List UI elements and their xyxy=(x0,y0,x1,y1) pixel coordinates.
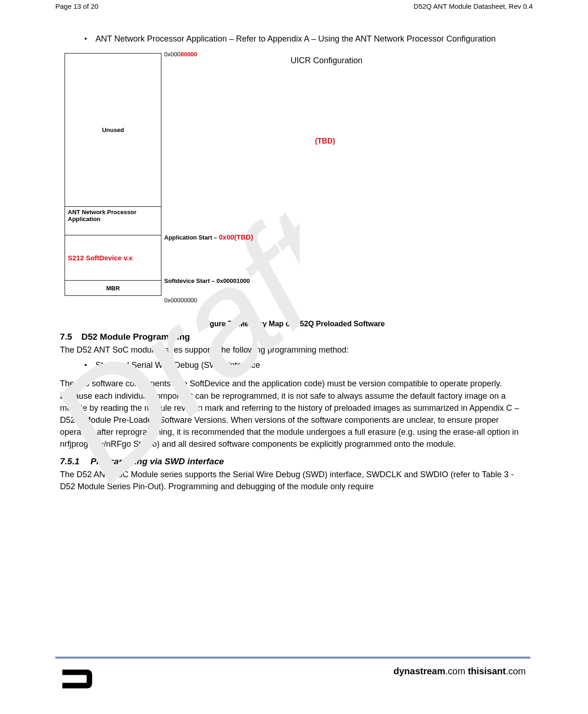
addr-sd-start-text: Softdevice Start – 0x00001000 xyxy=(164,277,250,284)
mem-softdevice-label: S212 SoftDevice v.x xyxy=(68,254,133,262)
memory-map-figure: Unused ANT Network Processor Application… xyxy=(60,49,528,310)
section-7-5-1-para1: The D52 ANT SoC Module series supports t… xyxy=(60,468,528,492)
page-header: Page 13 of 20 D52Q ANT Module Datasheet,… xyxy=(0,0,588,10)
footer-link-dynastream: dynastream xyxy=(393,666,445,676)
mem-unused-label: Unused xyxy=(102,126,124,133)
tbd-label: (TBD) xyxy=(315,137,335,145)
mem-mbr-label: MBR xyxy=(106,285,120,292)
addr-sd-start: Softdevice Start – 0x00001000 xyxy=(164,277,250,284)
addr-top-red: 80000 xyxy=(180,51,197,58)
page-footer: dynastream.com thisisant.com xyxy=(58,661,526,693)
addr-top-prefix: 0x000 xyxy=(164,51,180,58)
footer-rule xyxy=(55,657,530,659)
section-7-5-para1: The D52 ANT SoC module series supports t… xyxy=(60,344,528,356)
intro-bullet-item: • ANT Network Processor Application – Re… xyxy=(60,33,528,45)
uicr-label: UICR Configuration xyxy=(291,56,362,66)
intro-bullet-text: ANT Network Processor Application – Refe… xyxy=(95,33,496,45)
footer-link-dynastream-suffix: .com xyxy=(445,666,468,676)
addr-bottom: 0x00000000 xyxy=(164,297,197,304)
section-7-5-num: 7.5 xyxy=(60,332,72,342)
section-7-5-title: D52 Module Programming xyxy=(81,332,190,342)
section-7-5-bullet: • Standard Serial Wire Debug (SWD) inter… xyxy=(60,360,528,371)
mem-row-unused: Unused xyxy=(65,54,161,207)
mem-row-mbr: MBR xyxy=(65,281,161,295)
addr-bottom-text: 0x00000000 xyxy=(164,297,197,304)
section-7-5-1-num: 7.5.1 xyxy=(60,456,79,467)
footer-link-thisisant: thisisant xyxy=(468,666,505,676)
figure-caption: Figure 7 - Memory Map of D52Q Preloaded … xyxy=(60,320,528,328)
doc-title: D52Q ANT Module Datasheet, Rev 0.4 xyxy=(414,2,533,10)
section-7-5-bullet-text: Standard Serial Wire Debug (SWD) interfa… xyxy=(95,360,260,371)
addr-app-start-prefix: Application Start – xyxy=(164,234,219,241)
mem-row-softdevice: S212 SoftDevice v.x xyxy=(65,235,161,281)
bullet-dot-icon: • xyxy=(84,33,89,45)
section-7-5-para2: The two software components (the SoftDev… xyxy=(60,378,528,450)
section-7-5-heading: 7.5D52 Module Programming xyxy=(60,332,528,342)
addr-top: 0x00080000 xyxy=(164,51,197,58)
bullet-dot-icon: • xyxy=(84,360,89,371)
memory-table: Unused ANT Network Processor Application… xyxy=(65,53,161,296)
footer-links: dynastream.com thisisant.com xyxy=(393,666,526,677)
page-number: Page 13 of 20 xyxy=(55,2,98,10)
mem-row-ant-app: ANT Network Processor Application xyxy=(65,207,161,235)
section-7-5-1-heading: 7.5.1Programming via SWD interface xyxy=(60,456,528,467)
page-content: Draft • ANT Network Processor Applicatio… xyxy=(0,10,588,492)
footer-link-thisisant-suffix: .com xyxy=(506,666,526,676)
section-7-5-1-title: Programming via SWD interface xyxy=(90,456,224,466)
footer-logo-icon xyxy=(58,661,97,693)
addr-app-start: Application Start – 0x00(TBD) xyxy=(164,233,253,241)
addr-app-start-red: 0x00(TBD) xyxy=(219,233,253,241)
mem-ant-app-label: ANT Network Processor Application xyxy=(68,209,158,222)
